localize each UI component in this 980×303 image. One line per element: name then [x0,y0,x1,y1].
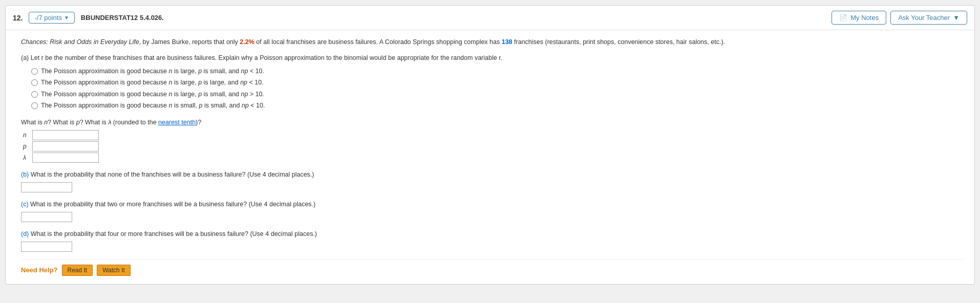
question-card: 12. -/7 points ▼ BBUNDERSTAT12 5.4.026. … [5,5,975,285]
part-d-label: (d) What is the probability that four or… [21,229,964,239]
part-d-letter: (d) [21,230,29,237]
radio-label-2: The Poisson approximation is good becaus… [41,78,264,88]
problem-code: BBUNDERSTAT12 5.4.026. [81,14,164,21]
var-label-n: n [23,132,32,139]
radio-input-3[interactable] [31,91,38,98]
var-label-p: p [23,143,32,150]
franchise-count-highlight: 138 [502,38,513,46]
ask-teacher-label: Ask Your Teacher [898,14,950,21]
intro-text-after: of all local franchises are business fai… [254,38,502,46]
header-left: 12. -/7 points ▼ BBUNDERSTAT12 5.4.026. [13,12,164,24]
var-row-lambda: λ [23,153,964,163]
percentage-highlight: 2.2% [240,38,254,46]
part-b-letter: (b) [21,171,29,178]
part-d-input[interactable] [21,242,72,252]
part-c-text: What is the probability that two or more… [29,201,316,208]
radio-option-4[interactable]: The Poisson approximation is good becaus… [31,101,964,111]
part-b-label: (b) What is the probability that none of… [21,170,964,180]
nearest-tenth-text: nearest tenth [158,119,196,126]
part-b-section: (b) What is the probability that none of… [21,170,964,192]
var-input-n[interactable] [32,130,99,140]
var-row-n: n [23,130,964,140]
part-a-label-text: (a) Let r be the number of these franchi… [21,54,502,61]
radio-label-3: The Poisson approximation is good becaus… [41,90,264,99]
points-label: -/7 points [34,14,61,21]
variables-question: What is n? What is p? What is λ (rounded… [21,118,964,127]
need-help-row: Need Help? Read It Watch It [21,259,964,276]
radio-option-3[interactable]: The Poisson approximation is good becaus… [31,90,964,99]
part-c-label: (c) What is the probability that two or … [21,200,964,209]
radio-option-2[interactable]: The Poisson approximation is good becaus… [31,78,964,88]
body-content: Chances: Risk and Odds in Everyday Life,… [6,30,974,284]
part-b-input[interactable] [21,182,72,192]
variables-section: What is n? What is p? What is λ (rounded… [21,118,964,163]
var-input-lambda[interactable] [32,153,99,163]
radio-input-1[interactable] [31,68,38,75]
part-a-section: (a) Let r be the number of these franchi… [21,53,964,111]
part-b-text: What is the probability that none of the… [29,171,314,178]
part-a-label: (a) Let r be the number of these franchi… [21,53,964,63]
book-title: Chances: Risk and Odds in Everyday Life [21,38,139,46]
intro-author: , by James Burke [139,38,189,46]
points-button[interactable]: -/7 points ▼ [29,12,74,24]
header-row: 12. -/7 points ▼ BBUNDERSTAT12 5.4.026. … [6,6,974,30]
intro-paragraph: Chances: Risk and Odds in Everyday Life,… [21,37,964,47]
radio-label-1: The Poisson approximation is good becaus… [41,67,264,76]
var-input-p[interactable] [32,141,99,152]
header-right: 📄 My Notes Ask Your Teacher ▼ [832,11,967,25]
var-row-p: p [23,141,964,152]
part-c-letter: (c) [21,201,29,208]
radio-input-2[interactable] [31,79,38,86]
radio-group: The Poisson approximation is good becaus… [31,67,964,111]
need-help-label: Need Help? [21,266,58,274]
radio-label-4: The Poisson approximation is good becaus… [41,101,265,111]
watch-it-button[interactable]: Watch It [97,265,131,276]
notes-icon: 📄 [839,14,847,21]
var-label-lambda: λ [23,154,32,161]
intro-text-end: franchises (restaurants, print shops, co… [513,38,725,46]
chevron-down-icon-teacher: ▼ [953,14,960,21]
intro-text-before: , reports that only [188,38,240,46]
ask-teacher-button[interactable]: Ask Your Teacher ▼ [890,11,967,25]
variable-inputs: n p λ [23,130,964,163]
part-c-section: (c) What is the probability that two or … [21,200,964,222]
part-d-text: What is the probability that four or mor… [29,230,317,237]
my-notes-button[interactable]: 📄 My Notes [832,11,886,25]
part-d-section: (d) What is the probability that four or… [21,229,964,252]
radio-input-4[interactable] [31,102,38,109]
radio-option-1[interactable]: The Poisson approximation is good becaus… [31,67,964,76]
read-it-button[interactable]: Read It [62,265,93,276]
part-c-input[interactable] [21,212,72,222]
notes-label: My Notes [850,14,879,21]
chevron-down-icon: ▼ [64,15,69,20]
question-number: 12. [13,14,23,22]
